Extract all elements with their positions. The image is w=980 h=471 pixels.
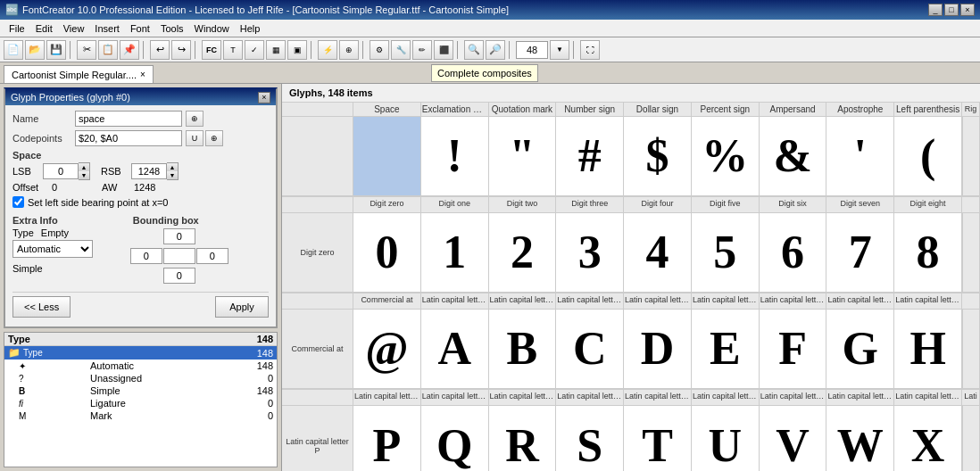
glyph-cell-amp[interactable]: & bbox=[760, 117, 827, 196]
tab-close-btn[interactable]: × bbox=[140, 70, 145, 79]
tb-open-btn[interactable]: 📂 bbox=[25, 40, 45, 60]
tb-cut-btn[interactable]: ✂ bbox=[77, 40, 96, 60]
glyph-cell-U[interactable]: U bbox=[692, 406, 760, 471]
menu-file[interactable]: File bbox=[4, 21, 30, 36]
rsb-spin-btns[interactable]: ▲ ▼ bbox=[167, 162, 179, 180]
bbox-top-input[interactable] bbox=[163, 228, 195, 244]
lsb-down-btn[interactable]: ▼ bbox=[79, 171, 89, 179]
glyph-cell-2[interactable]: 2 bbox=[489, 213, 557, 293]
menu-view[interactable]: View bbox=[58, 21, 90, 36]
tb-redo-btn[interactable]: ↪ bbox=[171, 40, 191, 60]
tb-btn2[interactable]: T bbox=[223, 40, 243, 60]
rsb-down-btn[interactable]: ▼ bbox=[167, 171, 178, 179]
title-bar-controls[interactable]: _ □ × bbox=[928, 4, 975, 16]
glyph-cell-5[interactable]: 5 bbox=[692, 213, 760, 293]
tb-undo-btn[interactable]: ↩ bbox=[150, 40, 170, 60]
glyph-cell-G[interactable]: G bbox=[826, 310, 894, 389]
lsb-checkbox[interactable] bbox=[12, 196, 24, 208]
rsb-spinbox[interactable]: ▲ ▼ bbox=[131, 162, 179, 180]
close-button[interactable]: × bbox=[960, 4, 975, 16]
glyph-cell-space[interactable] bbox=[353, 117, 421, 196]
menu-font[interactable]: Font bbox=[125, 21, 155, 36]
tb-btn5[interactable]: ▣ bbox=[287, 40, 307, 60]
menu-tools[interactable]: Tools bbox=[155, 21, 189, 36]
glyph-cell-apos[interactable]: ' bbox=[826, 117, 894, 196]
glyph-cell-T[interactable]: T bbox=[624, 406, 692, 471]
lsb-input[interactable] bbox=[43, 163, 79, 179]
tb-btn7[interactable]: 🔧 bbox=[391, 40, 411, 60]
tb-zoom-out-btn[interactable]: 🔍 bbox=[464, 40, 484, 60]
tb-zoom-in-btn[interactable]: 🔎 bbox=[486, 40, 505, 60]
apply-button[interactable]: Apply bbox=[215, 296, 269, 318]
glyph-cell-P[interactable]: P bbox=[353, 406, 421, 471]
tb-zoom-dropdown[interactable]: ▼ bbox=[550, 40, 569, 60]
cp-btn1[interactable]: U bbox=[186, 130, 203, 146]
lsb-spinbox[interactable]: ▲ ▼ bbox=[43, 162, 90, 180]
glyph-cell-quot[interactable]: " bbox=[489, 117, 557, 196]
main-tab[interactable]: Cartoonist Simple Regular.... × bbox=[4, 65, 154, 83]
glyph-cell-at[interactable]: @ bbox=[353, 310, 421, 389]
type-dropdown[interactable]: Automatic Simple Composite Empty bbox=[12, 240, 93, 258]
menu-insert[interactable]: Insert bbox=[89, 21, 125, 36]
glyph-cell-1[interactable]: 1 bbox=[421, 213, 489, 293]
tb-fullscreen-btn[interactable]: ⛶ bbox=[580, 40, 600, 60]
glyph-cell-S[interactable]: S bbox=[556, 406, 624, 471]
tb-save-btn[interactable]: 💾 bbox=[46, 40, 66, 60]
glyph-cell-8[interactable]: 8 bbox=[894, 213, 962, 293]
glyph-cell-B[interactable]: B bbox=[489, 310, 557, 389]
tree-row-type[interactable]: 📁 Type 148 bbox=[4, 346, 277, 359]
tree-row-automatic[interactable]: ✦ Automatic 148 bbox=[4, 359, 277, 372]
glyph-cell-3[interactable]: 3 bbox=[556, 213, 624, 293]
rsb-up-btn[interactable]: ▲ bbox=[167, 163, 178, 171]
tb-btn9[interactable]: ⬛ bbox=[434, 40, 453, 60]
glyph-cell-V[interactable]: V bbox=[760, 406, 827, 471]
bbox-left-input[interactable] bbox=[130, 248, 162, 264]
tree-row-ligature[interactable]: fi Ligature 0 bbox=[4, 397, 277, 409]
glyph-cell-W[interactable]: W bbox=[826, 406, 894, 471]
tb-new-btn[interactable]: 📄 bbox=[4, 40, 23, 60]
glyph-cell-dollar[interactable]: $ bbox=[624, 117, 692, 196]
tb-btn3[interactable]: ✓ bbox=[245, 40, 264, 60]
glyph-cell-excl[interactable]: ! bbox=[421, 117, 489, 196]
tb-paste-btn[interactable]: 📌 bbox=[120, 40, 139, 60]
glyph-cell-6[interactable]: 6 bbox=[760, 213, 827, 293]
tree-row-unassigned[interactable]: ? Unassigned 0 bbox=[4, 372, 277, 384]
glyph-cell-4[interactable]: 4 bbox=[624, 213, 692, 293]
tb-btn6[interactable]: ⚙ bbox=[370, 40, 389, 60]
maximize-button[interactable]: □ bbox=[944, 4, 959, 16]
name-input[interactable] bbox=[75, 111, 182, 127]
glyph-cell-C[interactable]: C bbox=[556, 310, 624, 389]
glyph-cell-pct[interactable]: % bbox=[692, 117, 760, 196]
tb-composites-btn[interactable]: ⊕ bbox=[339, 40, 359, 60]
tb-btn1[interactable]: FC bbox=[202, 40, 221, 60]
name-copy-btn[interactable]: ⊕ bbox=[186, 111, 203, 127]
menu-window[interactable]: Window bbox=[189, 21, 235, 36]
menu-edit[interactable]: Edit bbox=[30, 21, 58, 36]
less-button[interactable]: << Less bbox=[12, 296, 71, 318]
glyph-cell-A[interactable]: A bbox=[421, 310, 489, 389]
glyph-cell-R[interactable]: R bbox=[489, 406, 557, 471]
lsb-up-btn[interactable]: ▲ bbox=[79, 163, 89, 171]
dialog-close-btn[interactable]: × bbox=[258, 92, 270, 103]
glyph-cell-num[interactable]: # bbox=[556, 117, 624, 196]
menu-help[interactable]: Help bbox=[235, 21, 266, 36]
glyph-cell-Q[interactable]: Q bbox=[421, 406, 489, 471]
tb-btn8[interactable]: ✏ bbox=[412, 40, 432, 60]
glyph-cell-lparen[interactable]: ( bbox=[894, 117, 962, 196]
bbox-bottom-input[interactable] bbox=[163, 268, 195, 284]
lsb-spin-btns[interactable]: ▲ ▼ bbox=[79, 162, 90, 180]
glyph-cell-H[interactable]: H bbox=[894, 310, 962, 389]
glyph-cell-E[interactable]: E bbox=[692, 310, 760, 389]
glyph-cell-7[interactable]: 7 bbox=[826, 213, 894, 293]
tb-copy-btn[interactable]: 📋 bbox=[98, 40, 118, 60]
rsb-input[interactable] bbox=[131, 163, 167, 179]
tree-row-simple[interactable]: B Simple 148 bbox=[4, 384, 277, 397]
zoom-input[interactable] bbox=[516, 41, 548, 59]
tb-btn4[interactable]: ▦ bbox=[266, 40, 286, 60]
bbox-right-input[interactable] bbox=[196, 248, 228, 264]
codepoints-input[interactable] bbox=[75, 130, 182, 146]
glyph-cell-0[interactable]: 0 bbox=[353, 213, 421, 293]
minimize-button[interactable]: _ bbox=[928, 4, 943, 16]
tree-row-mark[interactable]: M Mark 0 bbox=[4, 409, 277, 422]
tb-validate-btn[interactable]: ⚡ bbox=[318, 40, 337, 60]
